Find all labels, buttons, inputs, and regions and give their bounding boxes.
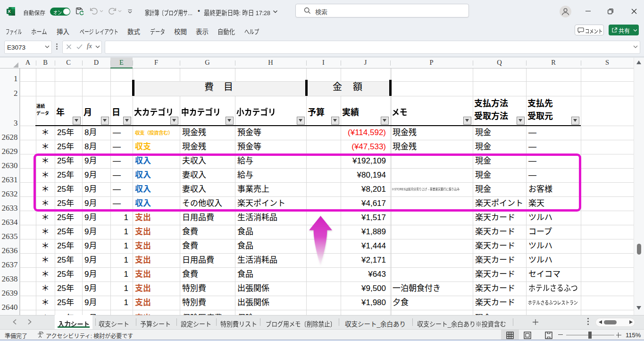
svg-text:X: X <box>8 9 11 14</box>
